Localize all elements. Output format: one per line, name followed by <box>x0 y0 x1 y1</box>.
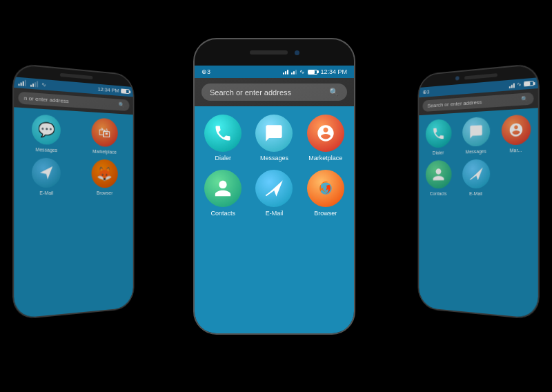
list-item[interactable]: 🦊 Browser <box>79 159 129 195</box>
list-item[interactable]: Dialer <box>201 115 244 161</box>
list-item[interactable]: Messages <box>253 115 295 161</box>
list-item[interactable]: 💬 Messages <box>18 113 73 153</box>
app-label: Marketplace <box>92 149 117 155</box>
list-item[interactable]: Marketplace <box>304 115 347 161</box>
app-label: Browser <box>314 210 337 217</box>
center-time: 12:34 PM <box>320 68 347 75</box>
speaker <box>464 73 497 79</box>
list-item[interactable]: E-Mail <box>253 170 295 217</box>
left-search-icon[interactable]: 🔍 <box>119 101 125 108</box>
dialer-icon <box>204 115 241 152</box>
speaker <box>59 73 92 79</box>
left-app-grid: 💬 Messages 🛍 Marketplace E-Mail 🦊 Browse… <box>14 107 133 318</box>
app-label: Contacts <box>430 191 447 196</box>
battery-icon-r <box>524 81 533 86</box>
status-right: ∿ 12:34 PM <box>283 68 347 75</box>
marketplace-icon <box>307 115 344 152</box>
camera-dot <box>295 50 299 55</box>
list-item[interactable]: 🛍 Marketplace <box>79 117 129 155</box>
phone-right: ⊕3 ∿ Search or enter address 🔍 <box>418 63 540 320</box>
center-search-bar[interactable]: Search or enter address 🔍 <box>201 84 347 101</box>
svg-marker-0 <box>40 166 52 179</box>
app-label: E-Mail <box>266 210 284 217</box>
right-carrier: ⊕3 <box>422 89 429 95</box>
list-item[interactable]: Messages <box>460 117 493 155</box>
list-item[interactable]: Mar... <box>498 114 534 153</box>
list-item[interactable]: Contacts <box>201 170 244 217</box>
app-label: Dialer <box>215 155 231 161</box>
camera <box>455 76 460 80</box>
phone-center: ⊕3 ∿ 12:34 PM Search or enter a <box>193 38 355 335</box>
app-label: Messages <box>465 148 486 154</box>
list-item[interactable]: Contacts <box>422 160 454 196</box>
right-search-icon[interactable]: 🔍 <box>521 96 528 103</box>
left-status-left: ∿ <box>18 79 46 88</box>
messages-icon <box>255 115 293 152</box>
contacts-icon-r <box>425 160 451 188</box>
center-search-icon[interactable]: 🔍 <box>329 88 339 97</box>
left-status-right: 12:34 PM <box>98 86 130 95</box>
right-status-right: ∿ <box>509 80 534 88</box>
email-icon <box>255 170 293 207</box>
contacts-icon <box>204 170 241 207</box>
wifi-icon: ∿ <box>299 68 305 75</box>
app-label: Marketplace <box>308 155 342 161</box>
battery-icon <box>121 88 129 94</box>
right-status-left: ⊕3 <box>422 89 429 95</box>
center-search-text: Search or enter address <box>210 88 329 97</box>
list-item[interactable]: E-Mail <box>18 157 73 195</box>
app-label: E-Mail <box>40 190 54 195</box>
marketplace-icon-r <box>501 114 530 145</box>
browser-icon <box>307 170 344 207</box>
dialer-icon-r <box>425 119 451 148</box>
signal-bars <box>18 79 26 86</box>
list-item[interactable]: E-Mail <box>460 159 493 196</box>
scene: ∿ 12:34 PM n or enter address 🔍 💬 Messag… <box>0 0 552 392</box>
app-label: Contacts <box>210 210 235 217</box>
email-icon-r <box>462 159 490 188</box>
phone-left: ∿ 12:34 PM n or enter address 🔍 💬 Messag… <box>12 63 134 320</box>
list-item[interactable]: Browser <box>304 170 347 217</box>
speaker-slot <box>250 50 288 55</box>
right-app-grid: Dialer Messages Mar... Con <box>419 108 538 318</box>
app-label: Dialer <box>433 150 444 155</box>
status-left: ⊕3 <box>201 68 210 75</box>
messages-icon-r <box>462 117 490 147</box>
signal-bars-2 <box>30 81 38 87</box>
list-item[interactable]: Dialer <box>422 119 454 155</box>
carrier-label: ⊕3 <box>201 68 210 75</box>
app-label: Browser <box>97 190 112 195</box>
app-label: Messages <box>260 155 288 161</box>
app-label: Messages <box>35 147 57 153</box>
app-label: Mar... <box>510 148 522 153</box>
signal-bars-c2 <box>291 69 297 75</box>
svg-line-2 <box>266 190 275 195</box>
left-search-text: n or enter address <box>24 95 69 104</box>
signal-bars-c1 <box>283 69 288 75</box>
center-app-grid: Dialer Messages Marketplace <box>195 106 354 333</box>
svg-line-5 <box>470 175 476 179</box>
right-search-text: Search or enter address <box>428 96 521 108</box>
app-label: E-Mail <box>469 191 482 196</box>
left-time: 12:34 PM <box>98 86 119 94</box>
battery-icon-c <box>308 70 317 75</box>
signal-bars-r <box>509 82 515 88</box>
